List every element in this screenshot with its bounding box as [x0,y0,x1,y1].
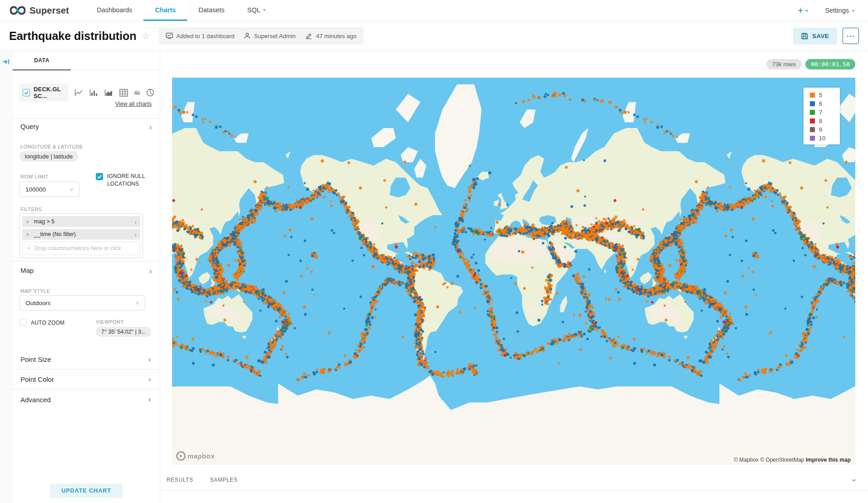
settings-menu[interactable]: Settings▾ [825,7,854,14]
filter-chip-time[interactable]: × __time (No filter) › [22,229,140,240]
map-canvas[interactable] [172,78,855,465]
view-all-charts-link[interactable]: View all charts [115,101,152,107]
plus-icon: + [27,245,30,252]
chevron-up-icon[interactable]: ∧ [148,268,153,275]
collapse-results-icon[interactable]: ⌄ [851,474,857,483]
new-item-button[interactable]: +▾ [798,6,808,15]
viz-type-selected[interactable]: DECK.GL SC... [19,84,69,102]
map-style-label: MAP STYLE [20,288,50,294]
divider [12,118,160,118]
dashboard-board-icon [166,33,173,39]
legend-entry: 6 [810,100,840,107]
area-chart-icon[interactable] [104,89,113,97]
more-viz-count[interactable]: 4k [134,89,140,96]
filter-drop-zone[interactable]: + Drop columns/metrics here or click [22,242,140,255]
pencil-icon [306,33,312,39]
remove-filter-icon[interactable]: × [26,231,30,238]
chevron-right-icon[interactable]: › [134,231,137,238]
viewport-label: VIEWPORT [96,319,124,325]
chevron-down-icon: ∨ [135,300,139,306]
row-limit-value: 100000 [25,186,46,193]
filter-label: __time (No filter) [34,231,76,237]
section-point-size[interactable]: Point Size ∨ [12,350,160,370]
row-count-badge: 73k rows [766,59,802,69]
improve-map-link[interactable]: Improve this map [806,457,851,463]
auto-zoom-checkbox[interactable]: AUTO ZOOM [20,319,64,327]
save-button[interactable]: SAVE [793,28,837,44]
filters-label: FILTERS [20,207,42,212]
collapse-panel-icon[interactable] [2,58,10,65]
legend-label: 10 [819,135,825,142]
favorite-star-icon[interactable]: ☆ [142,30,150,41]
mapbox-attribution-link[interactable]: © Mapbox [734,457,759,463]
caret-down-icon: ▾ [806,8,808,13]
deckgl-map[interactable]: 5 6 7 8 9 10 ➤ mapbox © Mapbox © OpenStr… [172,78,855,465]
legend-label: 6 [819,100,822,107]
legend-entry: 5 [810,92,840,98]
query-section-heading: Query [20,123,39,130]
filter-label: mag > 5 [34,218,55,225]
section-advanced[interactable]: Advanced ∨ [12,390,160,409]
person-icon [244,33,250,39]
map-attribution: © Mapbox © OpenStreetMap Improve this ma… [731,456,853,464]
unchecked-checkbox-icon[interactable] [20,319,27,326]
viz-type-row: DECK.GL SC... 4k [19,84,154,102]
legend-label: 5 [819,92,822,99]
row-limit-label: ROW LIMIT [20,174,49,179]
remove-filter-icon[interactable]: × [26,218,30,225]
nav-item-dashboards[interactable]: Dashboards [85,0,143,21]
bar-chart-icon[interactable] [89,89,99,97]
check-icon [24,91,29,95]
update-chart-button[interactable]: UPDATE CHART [50,483,123,498]
brand-name: Superset [30,5,69,16]
chart-badges: 73k rows 00:00:01.50 [766,59,855,69]
ignore-null-checkbox[interactable]: IGNORE NULL LOCATIONS [96,173,154,188]
tab-data[interactable]: DATA [13,51,71,70]
table-icon[interactable] [119,89,128,97]
dashboards-meta[interactable]: Added to 1 dashboard [166,33,235,39]
map-section-heading: Map [20,266,34,274]
chevron-up-icon[interactable]: ∧ [148,124,153,131]
legend-label: 9 [819,126,822,133]
legend-label: 8 [819,118,822,124]
line-chart-icon[interactable] [74,89,84,97]
owner-meta[interactable]: Superset Admin [244,33,296,39]
checked-checkbox-icon[interactable] [96,173,103,180]
superset-logo[interactable]: Superset [0,0,74,21]
legend-swatch [810,136,815,141]
chevron-right-icon[interactable]: › [134,218,137,226]
nav-item-datasets[interactable]: Datasets [187,0,236,21]
lonlat-label: LONGITUDE & LATITUDE [20,144,83,149]
viz-checkbox[interactable] [23,89,30,96]
viewport-value-pill[interactable]: 7° 35' 54.02" | 3... [96,327,151,337]
nav-item-charts[interactable]: Charts [143,0,187,21]
osm-attribution-link[interactable]: © OpenStreetMap [760,457,804,463]
legend-entry: 8 [810,118,840,124]
magnitude-legend: 5 6 7 8 9 10 [804,88,840,144]
tab-results[interactable]: RESULTS [167,477,193,483]
last-modified-meta[interactable]: 47 minutes ago [306,33,356,39]
map-style-select[interactable]: Outdoors ∨ [20,295,145,311]
lonlat-value-pill[interactable]: longitude | latitude [20,151,78,162]
nav-item-sql[interactable]: SQL▾ [236,0,277,21]
filter-chip-mag[interactable]: × mag > 5 › [22,216,140,227]
map-style-value: Outdoors [25,300,51,306]
top-navbar: Superset Dashboards Charts Datasets SQL▾… [0,0,868,21]
row-limit-select[interactable]: 100000 ∨ [20,182,79,197]
legend-label: 7 [819,109,822,116]
panel-collapse-rail[interactable] [0,51,12,503]
pie-chart-icon[interactable] [146,89,154,97]
legend-entry: 7 [810,109,840,115]
more-actions-button[interactable]: ··· [843,28,859,44]
infinity-logo-icon [10,6,25,15]
chart-area: 73k rows 00:00:01.50 5 6 7 8 9 10 ➤ mapb… [161,51,868,503]
tab-samples[interactable]: SAMPLES [210,477,238,483]
section-point-color[interactable]: Point Color ∨ [12,370,160,390]
chevron-down-icon: ∨ [148,396,152,403]
divider [12,261,160,261]
legend-swatch [810,110,815,115]
page-title: Earthquake distribution [9,30,137,43]
mapbox-logo[interactable]: ➤ mapbox [176,451,215,461]
ellipsis-icon: ··· [847,32,855,40]
query-timer-badge: 00:00:01.50 [805,59,855,69]
